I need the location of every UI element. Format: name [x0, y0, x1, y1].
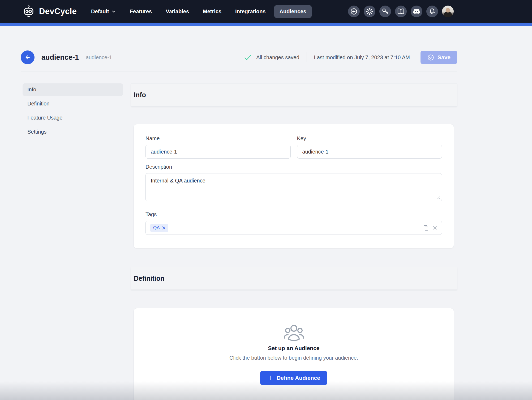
chevron-down-icon — [111, 9, 116, 14]
notifications-button[interactable] — [426, 6, 438, 17]
discord-button[interactable] — [411, 6, 422, 17]
empty-state-subtext: Click the button below to begin defining… — [229, 355, 358, 361]
key-field-group: Key — [297, 135, 442, 159]
nav-item-default[interactable]: Default — [86, 5, 121, 18]
primary-nav: Default Features Variables Metrics Integ… — [86, 5, 312, 18]
name-label: Name — [145, 135, 291, 142]
nav-item-metrics[interactable]: Metrics — [198, 5, 227, 18]
nav-item-integrations[interactable]: Integrations — [230, 5, 271, 18]
save-status: All changes saved — [244, 54, 299, 61]
save-button[interactable]: Save — [421, 51, 457, 64]
nav-item-variables[interactable]: Variables — [160, 5, 194, 18]
discord-icon — [413, 8, 420, 14]
last-modified-text: Last modified on July 7, 2023 at 7:10 AM — [314, 54, 410, 61]
arrow-left-icon — [24, 54, 31, 61]
settings-button[interactable] — [364, 6, 375, 17]
api-keys-button[interactable] — [379, 6, 391, 17]
top-navbar: DevCycle Default Features Variables Metr… — [0, 0, 532, 23]
page-header: audience-1 audience-1 All changes saved … — [21, 50, 457, 65]
bell-icon — [429, 8, 436, 15]
resize-handle-icon[interactable] — [437, 196, 440, 199]
create-button[interactable] — [348, 6, 360, 17]
info-section-title: Info — [134, 91, 146, 99]
description-label: Description — [145, 164, 442, 170]
sidebar-item-feature-usage[interactable]: Feature Usage — [23, 112, 123, 124]
sidebar-item-settings[interactable]: Settings — [23, 126, 123, 138]
docs-button[interactable] — [395, 6, 407, 17]
user-avatar[interactable] — [442, 6, 454, 17]
brand-name: DevCycle — [39, 7, 77, 16]
definition-section-header: Definition — [131, 267, 457, 290]
main-content: Info Name Key Description — [131, 83, 457, 400]
section-sidebar: Info Definition Feature Usage Settings — [23, 83, 123, 138]
empty-state-heading: Set up an Audience — [268, 345, 319, 351]
header-divider — [21, 71, 457, 71]
gear-icon — [366, 8, 373, 15]
key-icon — [382, 8, 389, 15]
definition-card: Set up an Audience Click the button belo… — [134, 308, 454, 400]
plus-icon — [267, 375, 273, 381]
accent-strip — [0, 23, 532, 26]
audience-people-icon — [284, 325, 304, 341]
sidebar-item-definition[interactable]: Definition — [23, 97, 123, 110]
devcycle-audience-page: DevCycle Default Features Variables Metr… — [0, 0, 532, 400]
devcycle-robot-icon — [22, 5, 35, 18]
name-field-group: Name — [145, 135, 291, 159]
page-title: audience-1 — [41, 53, 79, 62]
info-section-header: Info — [131, 83, 457, 106]
nav-item-features[interactable]: Features — [125, 5, 157, 18]
tag-pill-qa: QA — [150, 224, 168, 232]
sidebar-item-info[interactable]: Info — [23, 83, 123, 96]
brand-logo[interactable]: DevCycle — [22, 5, 77, 18]
description-field-group: Description — [145, 164, 442, 201]
plus-circle-icon — [350, 8, 358, 15]
key-label: Key — [297, 135, 442, 142]
book-icon — [397, 8, 405, 15]
back-button[interactable] — [21, 50, 35, 64]
tags-field-group: Tags QA — [145, 211, 442, 235]
key-input[interactable] — [297, 145, 442, 159]
name-input[interactable] — [145, 145, 291, 159]
header-actions: All changes saved Last modified on July … — [244, 51, 457, 64]
nav-item-audiences[interactable]: Audiences — [274, 5, 312, 18]
check-icon — [244, 55, 251, 60]
definition-section-title: Definition — [134, 275, 164, 282]
divider — [307, 52, 307, 62]
save-status-text: All changes saved — [256, 54, 299, 61]
description-textarea[interactable] — [145, 173, 442, 201]
tags-input[interactable]: QA — [145, 221, 442, 235]
info-card: Name Key Description — [134, 124, 454, 248]
define-audience-button[interactable]: Define Audience — [260, 371, 327, 385]
navbar-actions — [348, 6, 454, 17]
copy-icon[interactable] — [423, 225, 429, 231]
tag-remove-icon[interactable] — [162, 226, 165, 229]
check-circle-icon — [427, 54, 434, 61]
clear-tags-icon[interactable] — [433, 225, 437, 230]
page-subtitle: audience-1 — [86, 54, 112, 61]
tags-label: Tags — [145, 211, 442, 218]
